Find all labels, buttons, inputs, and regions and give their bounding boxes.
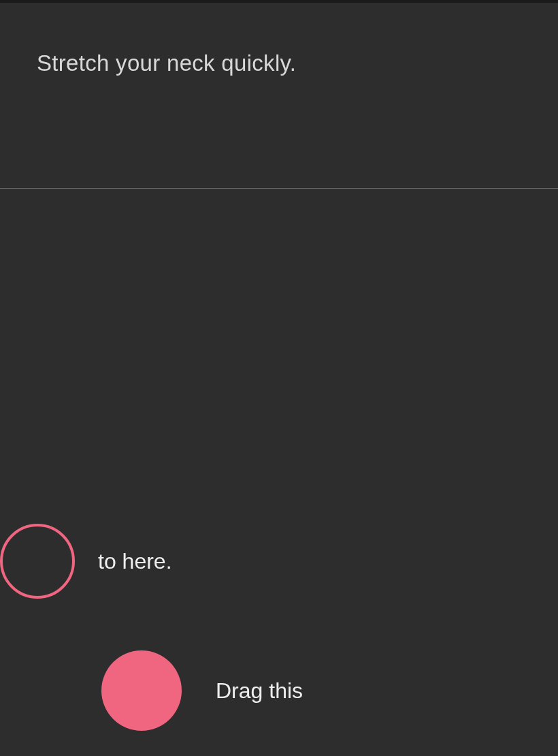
drop-target-circle[interactable]	[0, 524, 75, 599]
drag-source-row: Drag this	[101, 650, 303, 731]
instruction-panel: Stretch your neck quickly.	[0, 3, 558, 189]
instruction-text: Stretch your neck quickly.	[37, 50, 558, 76]
drag-handle-label: Drag this	[216, 678, 303, 704]
drop-target-label: to here.	[98, 549, 172, 574]
drag-handle-circle[interactable]	[101, 650, 182, 731]
drop-target-row: to here.	[0, 524, 172, 599]
